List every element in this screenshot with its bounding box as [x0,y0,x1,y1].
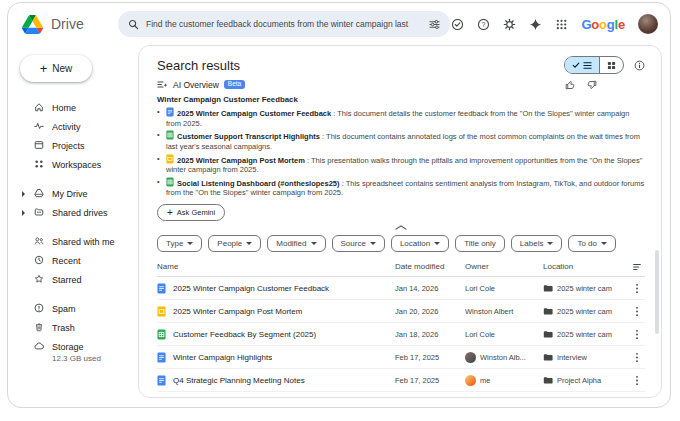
filter-chip-source[interactable]: Source [332,235,385,252]
location-cell[interactable]: Interview [543,353,629,362]
filter-chip-people[interactable]: People [208,235,261,252]
file-table-row[interactable]: Customer_Engagement_Success_Story_Agency… [157,392,645,398]
file-name-cell[interactable]: 2025 Winter Campaign Customer Feedback [157,283,395,294]
column-header-owner[interactable]: Owner [465,262,543,271]
filter-chip-to-do[interactable]: To do [568,235,616,252]
expand-chevron-icon[interactable] [22,210,25,216]
file-table-row[interactable]: 2025 Winter Campaign Post MortemJan 20, … [157,300,645,323]
sidebar-item-starred[interactable]: Starred [18,270,136,289]
location-cell[interactable]: 2025 winter cam [543,330,629,339]
more-options-button[interactable] [629,352,645,363]
filter-chip-label: Type [166,239,183,248]
help-icon[interactable]: ? [477,18,490,31]
filter-chip-type[interactable]: Type [157,235,202,252]
grid-view-toggle[interactable] [599,57,623,73]
caret-down-icon [434,242,440,245]
location-name: 2025 winter cam [557,284,612,293]
file-table-row[interactable]: Winter Campaign HighlightsFeb 17, 2025Wi… [157,346,645,369]
sort-direction-icon[interactable] [629,262,645,272]
thumbs-down-icon[interactable] [587,80,597,90]
location-cell[interactable]: 2025 winter cam [543,284,629,293]
sidebar-item-home[interactable]: Home [18,98,136,117]
account-avatar[interactable] [638,14,658,34]
location-cell[interactable]: Project Alpha [543,376,629,385]
more-options-button[interactable] [629,306,645,317]
bullet-dot: • [157,107,160,117]
thumbs-up-icon[interactable] [565,80,575,90]
info-icon[interactable] [634,60,645,71]
sidebar-item-recent[interactable]: Recent [18,251,136,270]
column-header-location[interactable]: Location [543,262,629,271]
more-options-button[interactable] [629,398,645,399]
offline-status-icon[interactable] [451,18,464,31]
more-options-button[interactable] [629,283,645,294]
filter-chip-labels[interactable]: Labels [511,235,563,252]
settings-gear-icon[interactable] [503,18,516,31]
new-button[interactable]: + New [20,55,92,82]
file-type-icon [157,352,166,363]
file-name-cell[interactable]: Q4 Strategic Planning Meeting Notes [157,375,395,386]
panel-header: Search results [157,55,645,75]
file-name-cell[interactable]: Customer_Engagement_Success_Story_Agency… [157,398,395,399]
ask-gemini-button[interactable]: + Ask Gemini [157,204,225,221]
search-options-tune-icon[interactable] [429,19,440,30]
sidebar-item-workspaces[interactable]: Workspaces [18,155,136,174]
search-results-panel: Search results AI Overview Beta Winter C… [138,45,662,398]
folder-icon [543,307,553,316]
ai-file-link[interactable]: Customer Support Transcript Highlights [166,132,320,141]
ai-file-link[interactable]: Social Listening Dashboard (#ontheslopes… [166,178,340,187]
file-name-cell[interactable]: 2025 Winter Campaign Post Mortem [157,306,395,317]
filter-chip-title-only[interactable]: Title only [455,235,505,252]
ai-file-name: 2025 Winter Campaign Post Mortem [177,155,305,164]
caret-down-icon [246,242,252,245]
gemini-sparkle-icon[interactable] [529,18,542,31]
sidebar-item-label: Activity [52,122,81,132]
sidebar-item-spam[interactable]: Spam [18,299,136,318]
date-modified-cell: Feb 17, 2025 [395,376,465,385]
date-modified-cell: Jan 20, 2026 [395,307,465,316]
ai-file-link[interactable]: 2025 Winter Campaign Post Mortem [166,155,305,164]
folder-icon [543,353,553,362]
owner-avatar [465,352,476,363]
sidebar-item-projects[interactable]: Projects [18,136,136,155]
sidebar-item-shared-with-me[interactable]: Shared with me [18,232,136,251]
filter-chip-label: Source [341,239,366,248]
column-header-name[interactable]: Name [157,262,395,271]
expand-chevron-icon[interactable] [22,191,25,197]
apps-grid-icon[interactable] [555,18,568,31]
owner-cell: Winston Alb... [465,352,543,363]
ai-file-link[interactable]: 2025 Winter Campaign Customer Feedback [166,109,331,118]
list-view-toggle[interactable] [565,57,599,73]
activity-icon [34,121,45,132]
ai-overview-item: •2025 Winter Campaign Post Mortem : This… [157,154,645,176]
ai-file-name: Customer Support Transcript Highlights [177,132,320,141]
sidebar-item-storage[interactable]: Storage [18,337,136,356]
file-table-row[interactable]: Q4 Strategic Planning Meeting NotesFeb 1… [157,369,645,392]
storage-icon [34,341,45,352]
search-input[interactable] [146,19,422,29]
drive-logo-icon[interactable] [22,15,43,34]
sidebar-item-trash[interactable]: Trash [18,318,136,337]
collapse-chevron-button[interactable] [389,223,413,232]
more-options-button[interactable] [629,375,645,386]
filter-chip-location[interactable]: Location [391,235,449,252]
sidebar-item-activity[interactable]: Activity [18,117,136,136]
owner-name: Winston Albert [465,307,513,316]
search-icon[interactable] [128,19,139,30]
sidebar-item-shared-drives[interactable]: Shared drives [18,203,136,222]
caret-down-icon [311,242,317,245]
column-header-date-modified[interactable]: Date modified [395,262,465,271]
sidebar-item-my-drive[interactable]: My Drive [18,184,136,203]
file-name-cell[interactable]: Customer Feedback By Segment (2025) [157,329,395,340]
file-table-row[interactable]: 2025 Winter Campaign Customer FeedbackJa… [157,277,645,300]
scrollbar-thumb[interactable] [655,250,659,334]
sidebar-section: Shared with meRecentStarred [18,232,136,289]
file-name-cell[interactable]: Winter Campaign Highlights [157,352,395,363]
location-cell[interactable]: 2025 winter cam [543,307,629,316]
sidebar-item-label: Trash [52,323,75,333]
search-bar[interactable] [118,11,450,37]
sidebar-item-label: Home [52,103,76,113]
file-table-row[interactable]: Customer Feedback By Segment (2025)Jan 1… [157,323,645,346]
filter-chip-modified[interactable]: Modified [267,235,325,252]
more-options-button[interactable] [629,329,645,340]
